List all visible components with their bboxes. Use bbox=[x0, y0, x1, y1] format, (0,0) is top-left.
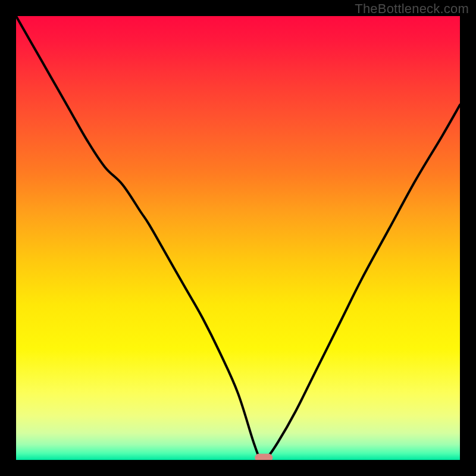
optimal-point-marker bbox=[255, 454, 273, 460]
attribution-text: TheBottleneck.com bbox=[355, 1, 469, 17]
chart-container: TheBottleneck.com bbox=[0, 0, 476, 476]
plot-area bbox=[16, 16, 460, 460]
bottleneck-chart bbox=[16, 16, 460, 460]
